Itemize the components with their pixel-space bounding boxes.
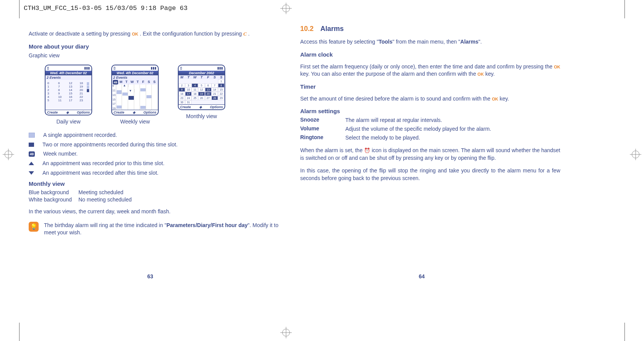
ok-key-icon: OK [132,32,138,36]
timer-text: Set the amount of time desired before th… [300,95,560,103]
text-bold: Alarms [460,39,478,45]
crop-mark [624,0,625,18]
registration-mark-icon [632,151,639,158]
graphic-view-label: Graphic view [29,52,289,60]
setting-key: Snooze [300,117,345,124]
text: " from the main menu, then " [392,39,460,45]
battery-icon [180,66,182,70]
softkey-create: Create [47,110,58,114]
tip-row: 💡 The birthday alarm will ring at the ti… [29,222,289,237]
text: key. You can also enter the purpose of t… [300,71,478,77]
text: Access this feature by selecting " [300,39,379,45]
nav-icon: ◈ [66,110,69,114]
page-64: 10.2 Alarms Access this feature by selec… [300,25,560,188]
chapter-title: Alarms [320,25,344,32]
registration-mark-icon [282,5,290,12]
monthly-view-mock: ▮▮▮ December 2002 MTWTFSS 1 2345678 9101… [178,65,225,110]
c-key-icon: C [243,31,247,37]
registration-mark-icon [5,151,12,158]
monthly-kv: Blue backgroundMeeting scheduled White b… [29,189,289,203]
views-row: ▮▮▮ Wed. 4th December 02 2 Events 061218… [45,65,289,125]
alarm-clock-text: First set the alarm frequency (daily or … [300,63,560,78]
access-text: Access this feature by selecting "Tools"… [300,38,560,46]
weekly-body: 91113151719 ▲ ▼ [112,84,158,110]
ok-key-icon: OK [492,97,498,101]
ok-key-icon: OK [554,65,561,69]
kv-val: Meeting scheduled [78,189,124,195]
weekly-title: Wed. 4th December 02 [112,71,158,75]
daily-caption: Daily view [56,119,80,125]
weekly-view-mock: ▮▮▮ Wed. 4th December 02 2 Events 49 MTW… [111,65,159,115]
weekly-header: 49 MTWTFSS [112,80,158,84]
page-number: 64 [419,273,425,279]
section-alarm-clock: Alarm clock [300,51,560,58]
signal-icon: ▮▮▮ [151,66,156,70]
nav-icon: ◈ [199,105,202,109]
text: Set the amount of time desired before th… [300,96,492,102]
arrow-up-icon [29,162,34,165]
signal-icon: ▮▮▮ [217,66,223,70]
week-number-badge: 49 [113,80,118,84]
pdf-header: CTH3_UM_FCC_15-03-05 15/03/05 9:18 Page … [24,5,187,12]
crop-mark [19,0,20,18]
settings-table: SnoozeThe alarm will repeat at regular i… [300,117,560,141]
multi-appt-icon [29,143,34,147]
setting-val: The alarm will repeat at regular interva… [345,117,442,124]
setting-key: Volume [300,125,345,133]
softkey-options: Options [210,105,223,109]
ok-key-icon: OK [478,72,484,76]
intro-text: Activate or deactivate a setting by pres… [29,30,289,38]
daily-view-col: ▮▮▮ Wed. 4th December 02 2 Events 061218… [45,65,92,125]
daily-view-mock: ▮▮▮ Wed. 4th December 02 2 Events 061218… [45,65,92,115]
softkey-options: Options [77,110,90,114]
kv-key: Blue background [29,189,78,195]
flash-note: In the various views, the current day, w… [29,208,289,216]
chapter-number: 10.2 [300,25,314,32]
flip-text: In this case, the opening of the flip wi… [300,167,560,182]
daily-grid: 061218 171319 281420 391521 4101622 5111… [46,80,91,104]
softkey-create: Create [180,105,191,109]
setting-val: Adjust the volume of the specific melody… [345,125,491,133]
legend-text: A single appointment recorded. [43,132,117,139]
text-bold: Parameters/Diary/First hour day [166,222,247,228]
text: key. [484,71,495,77]
nav-icon: ◈ [133,110,135,114]
week-number-icon: 49 [29,151,35,157]
section-alarm-settings: Alarm settings [300,108,560,114]
crop-mark [624,323,625,341]
section-monthly-view: Monthly view [29,180,289,187]
text: Activate or deactivate a setting by pres… [29,31,132,37]
battery-icon [47,66,49,70]
softkey-create: Create [114,110,124,114]
monthly-title: December 2002 [179,71,224,75]
section-more-diary: More about your diary [29,43,289,50]
daily-title: Wed. 4th December 02 [46,71,91,75]
crop-mark [19,323,20,341]
text: ". [478,39,482,45]
weekly-caption: Weekly view [120,119,150,125]
alarm-bell-icon: ⏰ [364,148,370,153]
text: . [247,31,250,37]
legend-text: Week number. [43,150,78,158]
arrow-down-icon [29,171,34,175]
month-header: MTWTFSS [179,75,224,79]
page-number: 63 [147,273,153,279]
tip-icon: 💡 [29,222,39,232]
text: The birthday alarm will ring at the time… [44,222,166,228]
section-timer: Timer [300,83,560,90]
monthly-view-col: ▮▮▮ December 2002 MTWTFSS 1 2345678 9101… [178,65,225,125]
setting-key: Ringtone [300,134,345,142]
monthly-caption: Monthly view [186,113,217,119]
kv-val: No meeting scheduled [78,196,132,203]
legend-text: An appointment was recorded prior to thi… [42,160,164,167]
text: key. [498,96,509,102]
legend: A single appointment recorded. Two or mo… [29,132,289,177]
battery-icon [114,66,115,70]
legend-text: An appointment was recorded after this t… [42,169,158,177]
weekly-sub: 2 Events [112,75,158,80]
softkey-options: Options [143,110,156,114]
daily-sub: 2 Events [46,75,91,80]
text: When the alarm is set, the [300,147,364,153]
text-bold: Tools [379,39,392,45]
text: First set the alarm frequency (daily or … [300,63,554,70]
